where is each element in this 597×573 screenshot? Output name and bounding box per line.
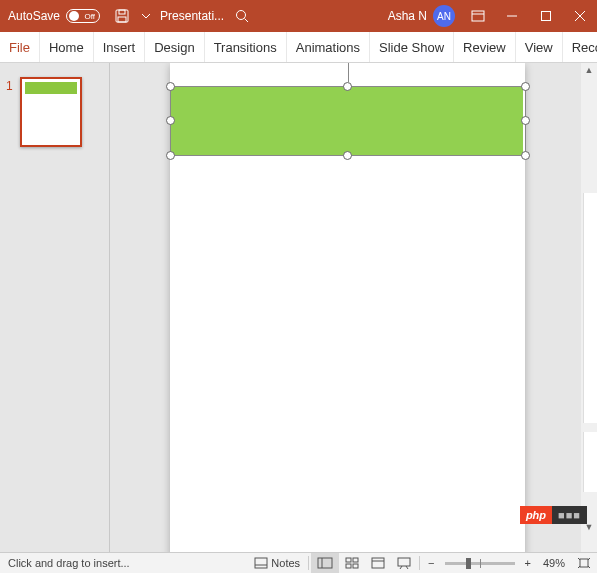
svg-rect-2 bbox=[118, 17, 126, 22]
svg-rect-17 bbox=[346, 564, 351, 568]
watermark: php ■■■ bbox=[520, 506, 587, 524]
zoom-level[interactable]: 49% bbox=[537, 553, 571, 573]
slide-sorter-view-button[interactable] bbox=[339, 553, 365, 573]
rectangle-shape[interactable] bbox=[171, 87, 523, 155]
svg-rect-21 bbox=[398, 558, 410, 566]
slide[interactable] bbox=[170, 63, 525, 552]
scroll-up-icon[interactable]: ▲ bbox=[581, 63, 597, 77]
close-button[interactable] bbox=[563, 0, 597, 32]
notes-button[interactable]: Notes bbox=[248, 553, 306, 573]
user-name: Asha N bbox=[388, 9, 427, 23]
fit-to-window-button[interactable] bbox=[571, 553, 597, 573]
tab-design[interactable]: Design bbox=[145, 32, 204, 62]
qat-overflow-icon[interactable] bbox=[136, 11, 156, 21]
resize-handle-n[interactable] bbox=[343, 82, 352, 91]
right-pane-sliver bbox=[583, 193, 597, 423]
tab-animations[interactable]: Animations bbox=[287, 32, 370, 62]
tab-transitions[interactable]: Transitions bbox=[205, 32, 287, 62]
zoom-slider[interactable] bbox=[445, 562, 515, 565]
svg-rect-18 bbox=[353, 564, 358, 568]
svg-rect-8 bbox=[542, 12, 551, 21]
toggle-knob bbox=[69, 11, 79, 21]
watermark-left: php bbox=[520, 506, 552, 524]
svg-rect-13 bbox=[318, 558, 332, 568]
autosave-control[interactable]: AutoSave Off bbox=[0, 9, 108, 23]
reading-view-button[interactable] bbox=[365, 553, 391, 573]
main-area: 1 ▲ ▼ php bbox=[0, 63, 597, 552]
tab-file[interactable]: File bbox=[0, 32, 40, 62]
slide-thumbnails-panel[interactable]: 1 bbox=[0, 63, 110, 552]
search-icon[interactable] bbox=[234, 8, 250, 24]
tab-view[interactable]: View bbox=[516, 32, 563, 62]
svg-rect-19 bbox=[372, 558, 384, 568]
avatar: AN bbox=[433, 5, 455, 27]
thumbnail-row[interactable]: 1 bbox=[0, 77, 109, 147]
ribbon-tabs: File Home Insert Design Transitions Anim… bbox=[0, 32, 597, 63]
title-bar: AutoSave Off Presentati... Asha N AN bbox=[0, 0, 597, 32]
right-pane-sliver-2 bbox=[583, 432, 597, 492]
tab-recording[interactable]: Recordi bbox=[563, 32, 597, 62]
scroll-corner bbox=[581, 534, 597, 552]
thumbnail-shape bbox=[25, 82, 77, 94]
resize-handle-w[interactable] bbox=[166, 116, 175, 125]
status-bar: Click and drag to insert... Notes − + 49… bbox=[0, 552, 597, 573]
resize-handle-e[interactable] bbox=[521, 116, 530, 125]
svg-rect-1 bbox=[119, 10, 125, 14]
tab-insert[interactable]: Insert bbox=[94, 32, 146, 62]
zoom-slider-center bbox=[480, 559, 481, 568]
slideshow-view-button[interactable] bbox=[391, 553, 417, 573]
svg-rect-15 bbox=[346, 558, 351, 562]
slide-canvas-area[interactable]: ▲ ▼ php ■■■ bbox=[110, 63, 597, 552]
autosave-state: Off bbox=[85, 12, 96, 21]
resize-handle-nw[interactable] bbox=[166, 82, 175, 91]
save-icon[interactable] bbox=[114, 8, 130, 24]
user-account[interactable]: Asha N AN bbox=[388, 5, 455, 27]
tab-home[interactable]: Home bbox=[40, 32, 94, 62]
maximize-button[interactable] bbox=[529, 0, 563, 32]
zoom-out-button[interactable]: − bbox=[422, 553, 440, 573]
status-message: Click and drag to insert... bbox=[0, 557, 138, 569]
tab-slideshow[interactable]: Slide Show bbox=[370, 32, 454, 62]
svg-rect-24 bbox=[580, 559, 588, 567]
resize-handle-se[interactable] bbox=[521, 151, 530, 160]
svg-point-3 bbox=[237, 11, 246, 20]
slide-number: 1 bbox=[6, 77, 20, 147]
resize-handle-sw[interactable] bbox=[166, 151, 175, 160]
divider bbox=[419, 556, 420, 570]
svg-rect-11 bbox=[255, 558, 267, 568]
notes-label: Notes bbox=[271, 557, 300, 569]
zoom-slider-knob[interactable] bbox=[466, 558, 471, 569]
autosave-label: AutoSave bbox=[8, 9, 60, 23]
svg-rect-5 bbox=[472, 11, 484, 21]
tab-review[interactable]: Review bbox=[454, 32, 516, 62]
zoom-in-button[interactable]: + bbox=[519, 553, 537, 573]
document-title: Presentati... bbox=[160, 9, 224, 23]
divider bbox=[308, 556, 309, 570]
svg-line-4 bbox=[245, 19, 249, 23]
svg-rect-16 bbox=[353, 558, 358, 562]
normal-view-button[interactable] bbox=[311, 553, 339, 573]
ribbon-display-options-icon[interactable] bbox=[461, 0, 495, 32]
resize-handle-s[interactable] bbox=[343, 151, 352, 160]
watermark-right: ■■■ bbox=[552, 506, 587, 524]
minimize-button[interactable] bbox=[495, 0, 529, 32]
resize-handle-ne[interactable] bbox=[521, 82, 530, 91]
autosave-toggle[interactable]: Off bbox=[66, 9, 100, 23]
slide-thumbnail[interactable] bbox=[20, 77, 82, 147]
